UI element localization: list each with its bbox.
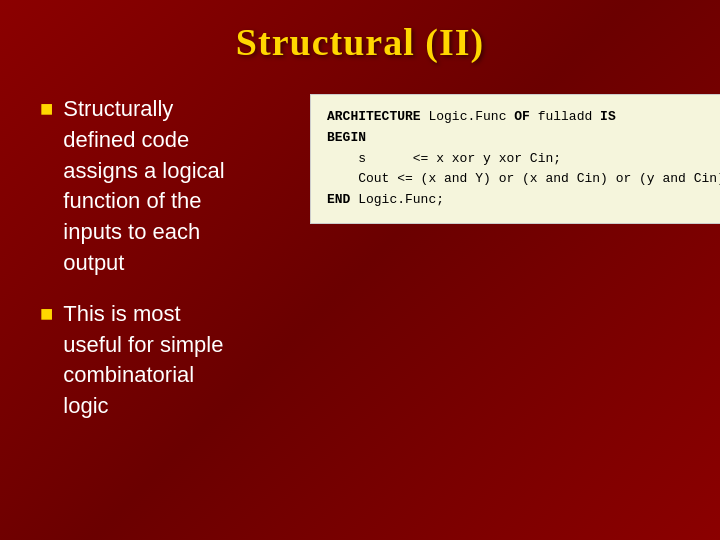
code-block: ARCHITECTURE Logic.Func OF fulladd IS BE… [310, 94, 720, 224]
bullet-1: ■ Structurally defined code assigns a lo… [40, 94, 680, 279]
bullet-marker-1: ■ [40, 96, 53, 122]
bullet-marker-2: ■ [40, 301, 53, 327]
slide: Structural (II) ■ Structurally defined c… [0, 0, 720, 540]
content-area: ■ Structurally defined code assigns a lo… [40, 94, 680, 510]
bullets-container: ■ Structurally defined code assigns a lo… [40, 94, 680, 422]
slide-title: Structural (II) [40, 20, 680, 64]
bullet-2-text: This is most useful for simple combinato… [63, 299, 223, 422]
bullet-1-text: Structurally defined code assigns a logi… [63, 94, 224, 279]
code-block-wrapper: ARCHITECTURE Logic.Func OF fulladd IS BE… [310, 94, 720, 224]
bullet-2: ■ This is most useful for simple combina… [40, 299, 680, 422]
